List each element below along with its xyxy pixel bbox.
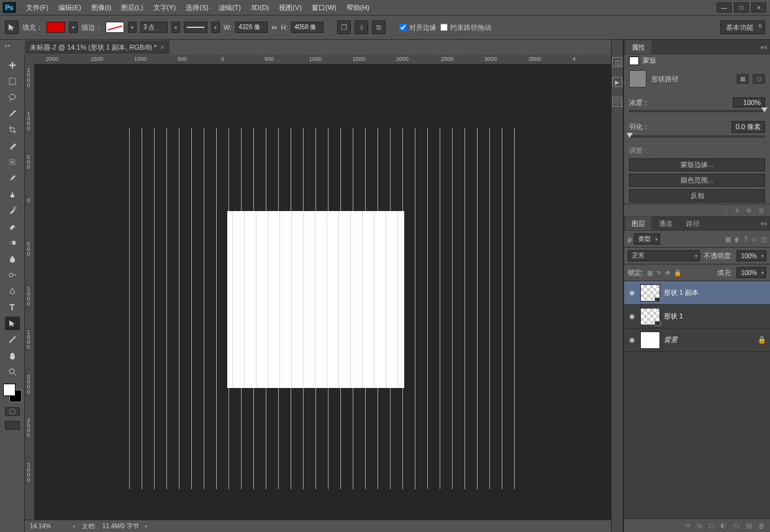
- histogram-panel-icon[interactable]: ◫: [612, 57, 622, 67]
- status-doc-dropdown[interactable]: ▸: [145, 523, 148, 529]
- layer-fx-icon[interactable]: fx: [697, 522, 702, 530]
- status-zoom[interactable]: 14.14%: [30, 523, 67, 530]
- pen-tool[interactable]: [5, 284, 20, 298]
- filter-pixel-icon[interactable]: ▦: [725, 236, 731, 243]
- eraser-tool[interactable]: [5, 220, 20, 233]
- eyedropper-tool[interactable]: [5, 139, 20, 153]
- canvas-viewport[interactable]: [35, 65, 611, 520]
- align-edges-input[interactable]: [399, 24, 407, 31]
- stroke-style-preview[interactable]: [184, 22, 207, 33]
- foreground-color[interactable]: [3, 384, 16, 396]
- hand-tool[interactable]: [5, 349, 20, 363]
- menu-type[interactable]: 文字(Y): [148, 3, 181, 12]
- vector-mask-icon[interactable]: ◻: [753, 74, 765, 84]
- workspace-switcher[interactable]: 基本功能: [720, 20, 765, 34]
- fill-dropdown[interactable]: ▾: [69, 22, 78, 33]
- align-icon[interactable]: ⫴: [355, 20, 368, 34]
- menu-3d[interactable]: 3D(D): [246, 4, 274, 11]
- new-group-icon[interactable]: 🗀: [733, 522, 740, 530]
- crop-tool[interactable]: [5, 123, 20, 137]
- filter-kind-dropdown[interactable]: 类型: [634, 233, 660, 245]
- constrain-path-checkbox[interactable]: 约束路径拖动: [440, 23, 491, 32]
- marquee-tool[interactable]: [5, 74, 20, 88]
- arrange-icon[interactable]: ⧉: [372, 20, 386, 34]
- load-selection-icon[interactable]: ◌: [722, 206, 728, 214]
- menu-select[interactable]: 选择(S): [181, 3, 214, 12]
- link-layers-icon[interactable]: ⇔: [685, 521, 691, 530]
- layer-name[interactable]: 形状 1: [664, 312, 766, 321]
- stroke-swatch[interactable]: [106, 22, 124, 33]
- layers-tab[interactable]: 图层: [625, 217, 651, 230]
- layer-row[interactable]: ◉形状 1: [624, 305, 770, 328]
- density-slider[interactable]: [629, 110, 765, 112]
- add-mask-icon[interactable]: ◻: [709, 521, 714, 530]
- feather-value[interactable]: 0.0 像素: [732, 121, 765, 133]
- foreground-background-swatch[interactable]: [3, 384, 22, 402]
- zoom-tool[interactable]: [5, 365, 20, 379]
- constrain-path-input[interactable]: [440, 24, 448, 31]
- lasso-tool[interactable]: [5, 91, 20, 104]
- filter-adjust-icon[interactable]: ◐: [735, 236, 740, 243]
- window-minimize[interactable]: —: [717, 2, 732, 12]
- filter-smart-icon[interactable]: ◫: [761, 236, 766, 243]
- filter-shape-icon[interactable]: ▭: [751, 236, 757, 243]
- menu-window[interactable]: 窗口(W): [307, 3, 342, 12]
- dodge-tool[interactable]: [5, 268, 20, 282]
- invert-button[interactable]: 反相: [629, 189, 765, 202]
- height-input[interactable]: [291, 22, 324, 33]
- apply-mask-icon[interactable]: ◈: [735, 206, 740, 214]
- layer-visibility-icon[interactable]: ◉: [628, 289, 636, 297]
- delete-mask-icon[interactable]: 🗑: [758, 207, 765, 214]
- lock-pixels-icon[interactable]: ✎: [656, 269, 661, 276]
- blend-mode-dropdown[interactable]: 正常: [628, 250, 700, 261]
- link-chain-icon[interactable]: ⇔: [271, 24, 277, 32]
- lock-transparent-icon[interactable]: ▦: [647, 269, 653, 276]
- layer-thumb[interactable]: [640, 284, 660, 302]
- type-tool[interactable]: T: [5, 300, 20, 314]
- density-value[interactable]: 100%: [733, 97, 765, 107]
- path-select-tool[interactable]: [5, 317, 20, 330]
- clone-stamp-tool[interactable]: [5, 187, 20, 201]
- layer-row[interactable]: ◉形状 1 副本: [624, 281, 770, 305]
- width-input[interactable]: [235, 22, 268, 33]
- filter-type-icon[interactable]: T: [744, 236, 748, 243]
- channels-tab[interactable]: 通道: [653, 217, 679, 230]
- move-tool[interactable]: [5, 58, 20, 72]
- layer-visibility-icon[interactable]: ◉: [628, 312, 636, 320]
- shape-tool[interactable]: [5, 333, 20, 346]
- quickmask-toggle[interactable]: [5, 407, 20, 416]
- feather-slider[interactable]: [629, 135, 765, 138]
- pixel-mask-icon[interactable]: ▦: [736, 74, 749, 84]
- layers-panel-menu-icon[interactable]: ▾≡: [761, 220, 768, 227]
- healing-tool[interactable]: [5, 155, 20, 169]
- menu-help[interactable]: 帮助(H): [342, 3, 374, 12]
- magic-wand-tool[interactable]: [5, 107, 20, 120]
- layer-row[interactable]: ◉背景🔒: [624, 328, 770, 352]
- layer-thumb[interactable]: [640, 308, 660, 325]
- menu-view[interactable]: 视图(V): [274, 3, 307, 12]
- stroke-size-dropdown[interactable]: ▾: [171, 22, 180, 33]
- paths-tab[interactable]: 路径: [680, 217, 706, 230]
- ruler-vertical[interactable]: 15001000500050010001500200025003000: [25, 65, 35, 520]
- lock-all-icon[interactable]: 🔒: [674, 269, 681, 276]
- blur-tool[interactable]: [5, 252, 20, 266]
- window-maximize[interactable]: □: [734, 2, 749, 12]
- document-tab[interactable]: 未标题-2 @ 14.1% (形状 1 副本, RGB/8) * ×: [25, 40, 170, 54]
- opacity-value[interactable]: 100%: [736, 250, 766, 261]
- status-zoom-dropdown[interactable]: ▸: [73, 523, 76, 529]
- gradient-tool[interactable]: [5, 236, 20, 250]
- color-range-button[interactable]: 颜色范围...: [629, 174, 765, 187]
- stroke-size-input[interactable]: [140, 22, 168, 33]
- fill-opacity-value[interactable]: 100%: [736, 267, 766, 278]
- menu-filter[interactable]: 滤镜(T): [214, 3, 246, 12]
- navigator-panel-icon[interactable]: ▶: [612, 77, 622, 87]
- info-panel-icon[interactable]: ⓘ: [612, 97, 622, 107]
- layer-visibility-icon[interactable]: ◉: [628, 336, 636, 344]
- ruler-horizontal[interactable]: 2000150010005000500100015002000250030003…: [35, 55, 611, 65]
- toggle-mask-icon[interactable]: ◉: [746, 206, 752, 214]
- menu-image[interactable]: 图像(I): [86, 3, 116, 12]
- layer-thumb[interactable]: [640, 331, 660, 349]
- stroke-style-dropdown[interactable]: ▾: [211, 22, 220, 33]
- layer-name[interactable]: 背景: [664, 335, 754, 345]
- lock-position-icon[interactable]: ✥: [665, 269, 670, 276]
